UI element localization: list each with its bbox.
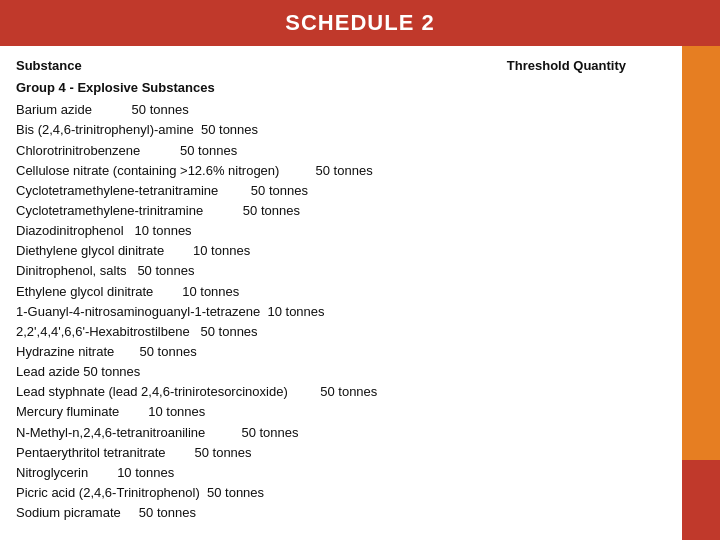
right-sidebar-top [682,46,720,460]
list-item: Nitroglycerin 10 tonnes [16,463,666,483]
list-item: 1-Guanyl-4-nitrosaminoguanyl-1-tetrazene… [16,302,666,322]
list-item: Pentaerythritol tetranitrate 50 tonnes [16,443,666,463]
column-headers: Substance Threshold Quantity [16,56,666,76]
page-wrapper: SCHEDULE 2 Substance Threshold Quantity … [0,0,720,540]
threshold-column-header: Threshold Quantity [507,56,626,76]
content-area: Substance Threshold Quantity Group 4 - E… [0,46,720,540]
list-item: Lead azide 50 tonnes [16,362,666,382]
right-sidebar-bottom [682,460,720,540]
list-item: 2,2',4,4',6,6'-Hexabitrostilbene 50 tonn… [16,322,666,342]
list-item: Hydrazine nitrate 50 tonnes [16,342,666,362]
list-item: Dinitrophenol, salts 50 tonnes [16,261,666,281]
list-item: Barium azide 50 tonnes [16,100,666,120]
list-item: Diethylene glycol dinitrate 10 tonnes [16,241,666,261]
list-item: Mercury fluminate 10 tonnes [16,402,666,422]
list-item: Lead styphnate (lead 2,4,6-trinirotesorc… [16,382,666,402]
page-header: SCHEDULE 2 [0,0,720,46]
page-title: SCHEDULE 2 [285,10,434,35]
list-item: Sodium picramate 50 tonnes [16,503,666,523]
substance-column-header: Substance [16,56,82,76]
list-item: Cellulose nitrate (containing >12.6% nit… [16,161,666,181]
group-heading: Group 4 - Explosive Substances [16,78,666,98]
main-content: Substance Threshold Quantity Group 4 - E… [0,46,682,540]
list-item: Cyclotetramethylene-trinitramine 50 tonn… [16,201,666,221]
list-item: Chlorotrinitrobenzene 50 tonnes [16,141,666,161]
list-item: Ethylene glycol dinitrate 10 tonnes [16,282,666,302]
right-sidebar [682,46,720,540]
list-item: Diazodinitrophenol 10 tonnes [16,221,666,241]
list-item: Cyclotetramethylene-tetranitramine 50 to… [16,181,666,201]
list-item: N-Methyl-n,2,4,6-tetranitroaniline 50 to… [16,423,666,443]
list-item: Picric acid (2,4,6-Trinitrophenol) 50 to… [16,483,666,503]
list-item: Bis (2,4,6-trinitrophenyl)-amine 50 tonn… [16,120,666,140]
